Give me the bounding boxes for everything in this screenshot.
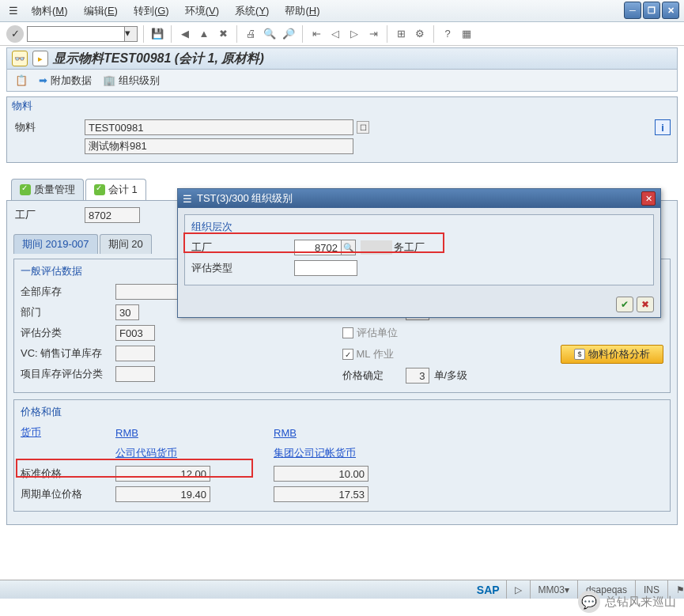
cancel-icon[interactable]: ✖ (215, 26, 231, 42)
price-analysis-icon: $ (574, 349, 585, 360)
org-hierarchy-title: 组织层次 (191, 220, 647, 234)
menu-bar: ☰ 物料(M) 编辑(E) 转到(G) 环境(V) 系统(Y) 帮助(H) (0, 0, 684, 22)
menu-help[interactable]: 帮助(H) (277, 2, 327, 21)
currency-1[interactable]: RMB (115, 427, 234, 439)
plant-field[interactable]: 8702 (85, 207, 140, 223)
wechat-icon: 💬 (578, 591, 600, 613)
dialog-plant-blur (361, 240, 392, 255)
last-page-icon[interactable]: ⇥ (365, 26, 381, 42)
plant-label: 工厂 (13, 208, 85, 222)
price-analysis-button[interactable]: $物料价格分析 (561, 345, 663, 364)
main-toolbar: ✓ ▾ 💾 ◀ ▲ ✖ 🖨 🔍 🔎 ⇤ ◁ ▷ ⇥ ⊞ ⚙ ? ▦ (0, 22, 684, 46)
val-unit-checkbox (342, 327, 353, 338)
menu-dropdown-icon[interactable]: ☰ (6, 4, 21, 18)
status-server: ▷ (506, 580, 530, 599)
wechat-text: 总钻风来巡山 (605, 595, 676, 610)
window-restore-button[interactable]: ❐ (643, 2, 660, 19)
additional-data-button[interactable]: ➡附加数据 (36, 72, 95, 89)
period-tab-2[interactable]: 期间 20 (100, 234, 152, 254)
val-unit-label: 评估单位 (357, 326, 398, 340)
price-det-label: 价格确定 (342, 368, 406, 383)
vc-sales-stock-label: VC: 销售订单库存 (21, 346, 115, 361)
material-group-title: 物料 (7, 97, 677, 115)
dialog-plant-search-icon[interactable]: 🔍 (342, 240, 356, 255)
dialog-ok-button[interactable]: ✔ (616, 297, 633, 312)
dialog-plant-desc: 务工厂 (394, 240, 425, 255)
material-search-help-icon[interactable]: ☐ (357, 121, 369, 134)
status-tcode: MM03 ▾ (530, 580, 577, 599)
save-icon[interactable]: 💾 (149, 26, 165, 42)
period-tab-1[interactable]: 期间 2019-007 (13, 234, 98, 254)
std-price-1-field: 12.00 (115, 466, 210, 482)
menu-material[interactable]: 物料(M) (24, 2, 76, 21)
window-minimize-button[interactable]: ─ (624, 2, 641, 19)
enter-button[interactable]: ✓ (6, 25, 24, 43)
menu-system[interactable]: 系统(Y) (227, 2, 277, 21)
find-next-icon[interactable]: 🔎 (281, 26, 297, 42)
sap-logo: SAP (477, 584, 500, 596)
window-close-button[interactable]: ✕ (662, 2, 679, 19)
dialog-plant-field[interactable]: 8702 (294, 240, 342, 255)
val-class-label: 评估分类 (21, 326, 115, 340)
print-icon[interactable]: 🖨 (243, 26, 259, 42)
dialog-menu-icon[interactable]: ☰ (183, 193, 192, 205)
ml-label: ML 作业 (357, 347, 394, 361)
menu-goto[interactable]: 转到(G) (126, 2, 177, 21)
std-price-2-field: 10.00 (274, 466, 368, 482)
find-icon[interactable]: 🔍 (262, 26, 278, 42)
dialog-header: ☰ TST(3)/300 组织级别 ✕ (178, 189, 660, 208)
period-price-label: 周期单位价格 (21, 487, 115, 501)
currency-label[interactable]: 货币 (21, 425, 115, 440)
help-icon[interactable]: ? (440, 26, 455, 42)
material-desc-field[interactable]: 测试物料981 (85, 138, 353, 154)
layout-icon[interactable]: ▦ (459, 26, 474, 42)
page-title-bar: 👓 ▸ 显示物料TEST00981 (会计 1, 原材料) (6, 47, 678, 70)
display-mode-icon: 👓 (12, 51, 28, 66)
menu-edit[interactable]: 编辑(E) (76, 2, 126, 21)
proj-stock-val-label: 项目库存评估分类 (21, 367, 115, 381)
vc-field (115, 346, 155, 361)
material-label: 物料 (13, 120, 85, 134)
menu-env[interactable]: 环境(V) (177, 2, 227, 21)
clipboard-button[interactable]: 📋 (12, 73, 31, 89)
dialog-valtype-label: 评估类型 (191, 261, 294, 275)
price-det-field: 3 (406, 368, 429, 384)
dept-label: 部门 (21, 305, 115, 319)
org-level-button[interactable]: 🏢组织级别 (100, 72, 163, 89)
tab-quality[interactable]: 质量管理 (11, 179, 84, 200)
std-price-label: 标准价格 (21, 467, 115, 481)
material-code-field[interactable]: TEST00981 (85, 119, 353, 135)
company-currency-link[interactable]: 公司代码货币 (115, 446, 234, 460)
dept-field: 30 (115, 304, 139, 320)
next-page-icon[interactable]: ▷ (346, 26, 362, 42)
command-field[interactable]: ▾ (27, 26, 138, 42)
folder-icon: ▸ (32, 51, 48, 66)
shortcut-icon[interactable]: ⚙ (412, 26, 428, 42)
price-groupbox: 价格和值 货币 RMB RMB 公司代码货币 集团公司记帐货币 标准价格 12.… (13, 399, 671, 512)
group-currency-link[interactable]: 集团公司记帐货币 (274, 446, 392, 460)
tab-accounting1[interactable]: 会计 1 (85, 179, 146, 200)
period-price-2-field: 17.53 (274, 486, 368, 502)
info-icon[interactable]: i (655, 119, 671, 135)
dialog-plant-label: 工厂 (191, 240, 294, 255)
new-session-icon[interactable]: ⊞ (393, 26, 409, 42)
material-groupbox: 物料 物料 TEST00981 ☐ i 测试物料981 (6, 96, 678, 163)
dialog-title: TST(3)/300 组织级别 (197, 191, 293, 206)
wechat-watermark: 💬 总钻风来巡山 (578, 591, 676, 613)
org-level-dialog: ☰ TST(3)/300 组织级别 ✕ 组织层次 工厂 8702 🔍 务工厂 评… (177, 188, 661, 318)
proj-field (115, 366, 155, 382)
first-page-icon[interactable]: ⇤ (308, 26, 324, 42)
page-title: 显示物料TEST00981 (会计 1, 原材料) (53, 51, 264, 67)
sub-toolbar: 📋 ➡附加数据 🏢组织级别 (6, 70, 678, 92)
org-hierarchy-group: 组织层次 工厂 8702 🔍 务工厂 评估类型 (184, 214, 654, 285)
period-price-1-field: 19.40 (115, 486, 210, 502)
price-title: 价格和值 (21, 405, 663, 419)
prev-page-icon[interactable]: ◁ (327, 26, 343, 42)
dialog-cancel-button[interactable]: ✖ (637, 297, 654, 312)
dialog-valtype-field[interactable] (294, 260, 357, 276)
dialog-close-button[interactable]: ✕ (641, 191, 656, 206)
val-class-field: F003 (115, 325, 155, 341)
back-icon[interactable]: ◀ (177, 26, 193, 42)
exit-icon[interactable]: ▲ (196, 26, 212, 42)
currency-2[interactable]: RMB (274, 427, 392, 439)
